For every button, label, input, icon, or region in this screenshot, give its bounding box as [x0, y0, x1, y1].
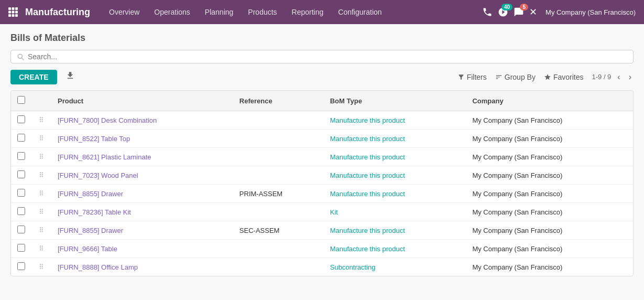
svg-rect-3	[8, 11, 11, 14]
cell-reference	[233, 240, 324, 258]
svg-rect-4	[12, 11, 15, 14]
table-row: [FURN_8855] DrawerSEC-ASSEMManufacture t…	[11, 221, 633, 240]
download-icon	[66, 71, 75, 80]
row-checkbox-cell[interactable]	[11, 258, 31, 276]
favorites-button[interactable]: Favorites	[544, 73, 584, 81]
filters-button[interactable]: Filters	[457, 73, 487, 81]
cell-company: My Company (San Francisco)	[466, 221, 633, 240]
row-checkbox[interactable]	[17, 207, 25, 215]
cell-product[interactable]: [FURN_9666] Table	[51, 240, 233, 258]
drag-handle[interactable]	[31, 221, 51, 240]
row-checkbox-cell[interactable]	[11, 185, 31, 203]
col-company[interactable]: Company	[466, 91, 633, 111]
table-row: [FURN_8855] DrawerPRIM-ASSEMManufacture …	[11, 185, 633, 203]
cell-product[interactable]: [FURN_7023] Wood Panel	[51, 166, 233, 185]
cell-company: My Company (San Francisco)	[466, 258, 633, 276]
cell-bom-type[interactable]: Subcontracting	[324, 258, 466, 276]
cell-reference	[233, 148, 324, 166]
row-checkbox[interactable]	[17, 189, 25, 197]
cell-bom-type[interactable]: Manufacture this product	[324, 130, 466, 148]
page-title: Bills of Materials	[10, 33, 634, 44]
nav-overview[interactable]: Overview	[103, 5, 146, 19]
cell-bom-type[interactable]: Manufacture this product	[324, 240, 466, 258]
group-by-button[interactable]: Group By	[495, 73, 536, 81]
col-reference[interactable]: Reference	[233, 91, 324, 111]
close-icon[interactable]: ✕	[529, 6, 537, 18]
grid-menu-icon[interactable]	[8, 7, 18, 17]
table-row: [FURN_78236] Table KitKitMy Company (San…	[11, 203, 633, 221]
row-checkbox-cell[interactable]	[11, 221, 31, 240]
nav-operations[interactable]: Operations	[148, 5, 196, 19]
row-checkbox-cell[interactable]	[11, 203, 31, 221]
drag-handle[interactable]	[31, 148, 51, 166]
cell-reference	[233, 130, 324, 148]
cell-bom-type[interactable]: Manufacture this product	[324, 185, 466, 203]
pagination-text: 1-9 / 9	[592, 73, 611, 81]
col-product[interactable]: Product	[51, 91, 233, 111]
drag-handle[interactable]	[31, 185, 51, 203]
select-all-cell[interactable]	[11, 91, 31, 111]
cell-product[interactable]: [FURN_8855] Drawer	[51, 185, 233, 203]
cell-reference	[233, 258, 324, 276]
cell-product[interactable]: [FURN_8855] Drawer	[51, 221, 233, 240]
cell-product[interactable]: [FURN_78236] Table Kit	[51, 203, 233, 221]
table-row: [FURN_9666] TableManufacture this produc…	[11, 240, 633, 258]
cell-reference: PRIM-ASSEM	[233, 185, 324, 203]
search-input[interactable]	[28, 52, 628, 61]
drag-handle[interactable]	[31, 166, 51, 185]
table-header-row: Product Reference BoM Type Company	[11, 91, 633, 111]
row-checkbox[interactable]	[17, 134, 25, 142]
phone-icon[interactable]	[482, 7, 493, 17]
cell-company: My Company (San Francisco)	[466, 148, 633, 166]
svg-rect-0	[8, 7, 11, 10]
drag-handle[interactable]	[31, 203, 51, 221]
drag-handle[interactable]	[31, 130, 51, 148]
drag-handle[interactable]	[31, 111, 51, 130]
cell-bom-type[interactable]: Manufacture this product	[324, 111, 466, 130]
nav-reporting[interactable]: Reporting	[286, 5, 330, 19]
cell-company: My Company (San Francisco)	[466, 185, 633, 203]
row-checkbox[interactable]	[17, 115, 25, 123]
col-bom-type[interactable]: BoM Type	[324, 91, 466, 111]
row-checkbox[interactable]	[17, 170, 25, 178]
drag-handle[interactable]	[31, 258, 51, 276]
cell-product[interactable]: [FURN_8522] Table Top	[51, 130, 233, 148]
drag-handle[interactable]	[31, 240, 51, 258]
activity-icon[interactable]: 40	[498, 7, 508, 17]
row-checkbox-cell[interactable]	[11, 130, 31, 148]
cell-product[interactable]: [FURN_7800] Desk Combination	[51, 111, 233, 130]
cell-bom-type[interactable]: Manufacture this product	[324, 148, 466, 166]
cell-product[interactable]: [FURN_8888] Office Lamp	[51, 258, 233, 276]
cell-product[interactable]: [FURN_8621] Plastic Laminate	[51, 148, 233, 166]
nav-planning[interactable]: Planning	[199, 5, 240, 19]
cell-reference	[233, 203, 324, 221]
cell-reference	[233, 111, 324, 130]
table-row: [FURN_8522] Table TopManufacture this pr…	[11, 130, 633, 148]
select-all-checkbox[interactable]	[17, 96, 25, 104]
pagination-prev[interactable]: ‹	[615, 72, 622, 82]
svg-rect-1	[12, 7, 15, 10]
nav-products[interactable]: Products	[242, 5, 283, 19]
svg-rect-8	[15, 14, 18, 17]
pagination-next[interactable]: ›	[627, 72, 634, 82]
row-checkbox[interactable]	[17, 262, 25, 270]
cell-bom-type[interactable]: Manufacture this product	[324, 221, 466, 240]
create-button[interactable]: CREATE	[10, 70, 57, 84]
cell-company: My Company (San Francisco)	[466, 130, 633, 148]
pagination: 1-9 / 9 ‹ ›	[592, 72, 634, 82]
chat-icon[interactable]: 5	[514, 7, 524, 17]
row-checkbox-cell[interactable]	[11, 111, 31, 130]
nav-configuration[interactable]: Configuration	[332, 5, 388, 19]
cell-bom-type[interactable]: Kit	[324, 203, 466, 221]
row-checkbox[interactable]	[17, 226, 25, 233]
filter-icon	[457, 73, 465, 81]
cell-bom-type[interactable]: Manufacture this product	[324, 166, 466, 185]
row-checkbox-cell[interactable]	[11, 166, 31, 185]
svg-rect-2	[15, 7, 18, 10]
row-checkbox[interactable]	[17, 152, 25, 160]
cell-reference	[233, 166, 324, 185]
row-checkbox-cell[interactable]	[11, 240, 31, 258]
row-checkbox[interactable]	[17, 244, 25, 252]
export-button[interactable]	[61, 69, 79, 85]
row-checkbox-cell[interactable]	[11, 148, 31, 166]
